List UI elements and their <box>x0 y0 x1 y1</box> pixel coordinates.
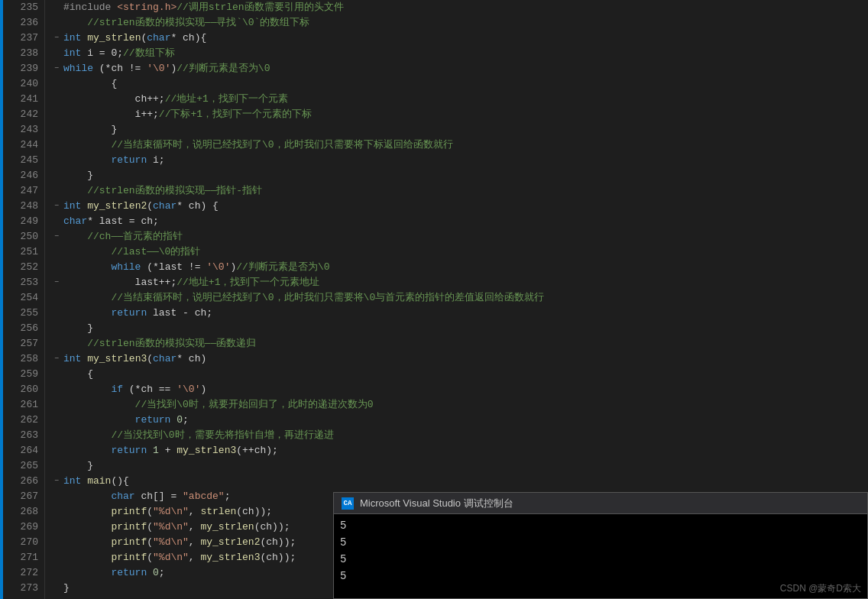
code-token-str: "%d\n" <box>153 520 189 535</box>
code-line[interactable]: //strlen函数的模拟实现——函数递归 <box>45 336 868 351</box>
code-line[interactable]: //当找到\0时，就要开始回归了，此时的递进次数为0 <box>45 397 868 413</box>
code-token-plain <box>81 351 87 367</box>
console-output-line: 5 <box>340 517 861 534</box>
code-line[interactable]: ch++;//地址+1，找到下一个元素 <box>45 92 868 107</box>
code-token-cmt: //当结束循环时，说明已经找到了\0，此时我们只需要将\0与首元素的指针的差值返… <box>63 290 544 306</box>
line-number: 257 <box>3 336 44 351</box>
fold-collapse-icon[interactable]: − <box>51 232 62 242</box>
code-token-plain: } <box>63 122 117 138</box>
code-token-kw: return <box>63 413 170 428</box>
code-line[interactable]: } <box>45 168 868 183</box>
code-line[interactable]: { <box>45 367 868 382</box>
code-token-plain: , <box>189 550 201 565</box>
vs-icon: CA <box>342 497 354 510</box>
code-token-kw: int <box>63 46 81 61</box>
code-line[interactable]: −int main(){ <box>45 474 868 489</box>
code-line[interactable]: return 1 + my_strlen3(++ch); <box>45 443 868 458</box>
code-token-kw: char <box>63 489 135 504</box>
code-line[interactable]: char* last = ch; <box>45 214 868 229</box>
code-token-fn: printf <box>63 535 147 550</box>
code-line[interactable]: while (*last != '\0')//判断元素是否为\0 <box>45 260 868 275</box>
code-token-plain: } <box>63 168 93 183</box>
line-number: 266 <box>3 474 44 489</box>
code-token-plain: , <box>189 520 201 535</box>
fold-collapse-icon[interactable]: − <box>51 277 62 288</box>
code-token-plain: ( <box>147 520 153 535</box>
fold-collapse-icon[interactable]: − <box>51 33 62 44</box>
line-number: 241 <box>3 92 44 107</box>
code-line[interactable]: int i = 0;//数组下标 <box>45 46 868 61</box>
code-line[interactable]: //当结束循环时，说明已经找到了\0，此时我们只需要将\0与首元素的指针的差值返… <box>45 290 868 306</box>
code-token-plain <box>81 474 87 489</box>
code-line[interactable]: return last - ch; <box>45 306 868 321</box>
code-token-plain: i; <box>147 153 164 168</box>
code-token-kw: return <box>63 565 147 581</box>
code-token-kw: while <box>63 61 93 76</box>
code-token-plain: ; <box>159 565 165 581</box>
code-token-plain: ) <box>170 61 177 76</box>
line-number: 258 <box>3 351 44 367</box>
code-token-plain: (ch)); <box>254 520 290 535</box>
line-numbers-panel: 2352362372382392402412422432442452462472… <box>3 0 45 599</box>
line-number: 263 <box>3 428 44 443</box>
line-number: 269 <box>3 520 44 535</box>
code-token-kw: return <box>63 306 147 321</box>
code-token-kw: int <box>63 351 81 367</box>
code-token-cmt: //strlen函数的模拟实现——函数递归 <box>63 336 256 351</box>
line-number: 260 <box>3 382 44 397</box>
code-token-cmt: //判断元素是否为\0 <box>177 61 270 76</box>
code-token-plain: (*ch != <box>93 61 147 76</box>
line-number: 255 <box>3 306 44 321</box>
code-line[interactable]: if (*ch == '\0') <box>45 382 868 397</box>
code-line[interactable]: //当没找到\0时，需要先将指针自增，再进行递进 <box>45 428 868 443</box>
code-token-plain <box>81 31 87 46</box>
code-line[interactable]: } <box>45 122 868 138</box>
code-token-str: "%d\n" <box>153 535 189 550</box>
code-line[interactable]: − last++;//地址+1，找到下一个元素地址 <box>45 275 868 290</box>
code-line[interactable]: //当结束循环时，说明已经找到了\0，此时我们只需要将下标返回给函数就行 <box>45 138 868 153</box>
code-line[interactable]: } <box>45 321 868 336</box>
code-token-plain: ch[] = <box>135 489 183 504</box>
code-token-plain: * ch) { <box>177 199 219 214</box>
fold-collapse-icon[interactable]: − <box>51 63 62 74</box>
line-number: 259 <box>3 367 44 382</box>
code-line[interactable]: //strlen函数的模拟实现——指针-指针 <box>45 183 868 199</box>
code-line[interactable]: //strlen函数的模拟实现——寻找`\0`的数组下标 <box>45 15 868 31</box>
code-token-plain: (ch)); <box>236 504 272 520</box>
code-token-str: "abcde" <box>183 489 225 504</box>
code-line[interactable]: −int my_strlen2(char* ch) { <box>45 199 868 214</box>
code-token-fn: main <box>87 474 111 489</box>
code-line[interactable]: #include <string.h>//调用strlen函数需要引用的头文件 <box>45 0 868 15</box>
code-token-plain: } <box>63 581 70 596</box>
code-token-plain: i++; <box>63 107 159 122</box>
code-line[interactable]: − //ch——首元素的指针 <box>45 229 868 244</box>
code-line[interactable]: } <box>45 458 868 474</box>
code-line[interactable]: −int my_strlen(char* ch){ <box>45 31 868 46</box>
code-line[interactable]: return i; <box>45 153 868 168</box>
fold-collapse-icon[interactable]: − <box>51 476 62 487</box>
code-line[interactable]: return 0; <box>45 413 868 428</box>
line-number: 270 <box>3 535 44 550</box>
code-token-kw: return <box>63 443 147 458</box>
code-token-num: 0 <box>170 413 183 428</box>
code-line[interactable]: −int my_strlen3(char* ch) <box>45 351 868 367</box>
code-token-kw: return <box>63 153 147 168</box>
code-line[interactable]: i++;//下标+1，找到下一个元素的下标 <box>45 107 868 122</box>
code-line[interactable]: { <box>45 76 868 92</box>
line-number: 253 <box>3 275 44 290</box>
code-token-kw: char <box>153 199 177 214</box>
code-token-cmt: //last——\0的指针 <box>63 244 200 260</box>
code-token-kw: int <box>63 474 81 489</box>
fold-collapse-icon[interactable]: − <box>51 201 62 212</box>
code-token-plain: ) <box>230 260 236 275</box>
code-line[interactable]: //last——\0的指针 <box>45 244 868 260</box>
fold-collapse-icon[interactable]: − <box>51 354 62 364</box>
line-number: 262 <box>3 413 44 428</box>
code-line[interactable]: −while (*ch != '\0')//判断元素是否为\0 <box>45 61 868 76</box>
line-number: 235 <box>3 0 44 15</box>
code-token-cmt: //调用strlen函数需要引用的头文件 <box>177 0 343 15</box>
line-number: 251 <box>3 244 44 260</box>
code-token-plain <box>81 199 87 214</box>
line-number: 239 <box>3 61 44 76</box>
code-token-plain: (ch)); <box>260 535 296 550</box>
